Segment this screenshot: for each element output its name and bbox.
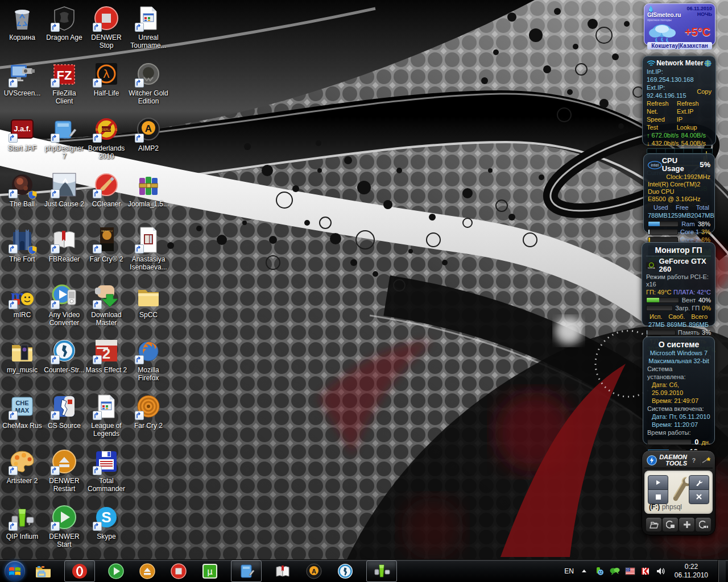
taskbar-button-utorrent[interactable]: µ [200, 561, 220, 581]
desktop-icon-artisteer[interactable]: Artisteer 2 [1, 448, 43, 485]
taskbar-clock[interactable]: 0:22 06.11.2010 [671, 563, 712, 580]
desktop-icon-skype[interactable]: S Skype [85, 504, 127, 541]
desktop-icon-cs-source[interactable]: CS Source [43, 393, 85, 430]
desktop-icon-the-ball[interactable]: The Ball [1, 171, 43, 208]
weather-date: 06.11.2010 НОЧЬ [686, 6, 712, 22]
desktop-icon-jaf[interactable]: J.a.f. Start JAF [1, 115, 43, 152]
desktop-icon-fbreader[interactable]: FBReader [43, 226, 85, 263]
desktop-icon-filezilla[interactable]: FZ FileZilla Client [43, 60, 85, 105]
desktop-icon-ccleaner[interactable]: CCleaner [85, 171, 127, 208]
network-meter-gadget[interactable]: Network Meter Int.IP: 169.254.130.168 Ex… [642, 56, 716, 146]
desktop-icon-denwer-stop[interactable]: DENWER Stop [85, 5, 127, 49]
uac-shield-icon [28, 190, 37, 199]
copy-link[interactable]: Copy [697, 88, 712, 95]
desktop-icon-chemax[interactable]: CHEMAX CheMax Rus [1, 393, 43, 430]
open-image-button[interactable] [646, 517, 662, 532]
desktop-icon-farcry2-cover[interactable]: FARCRY 2 Far Cry® 2 [85, 226, 127, 263]
tray-icon-chat-bubbles[interactable] [610, 567, 620, 576]
denwer-stop-icon [93, 5, 120, 32]
tray-icon-qip-tray[interactable] [594, 567, 605, 576]
desktop-icon-page-app[interactable]: League of Legends [85, 393, 127, 438]
save-image-button[interactable] [662, 517, 679, 532]
add-button[interactable] [679, 517, 695, 532]
daemon-tools-gadget[interactable]: DAEMON TOOLS ? (F:) phpsql [642, 450, 715, 535]
eject-image-button[interactable] [695, 517, 712, 532]
weather-location: Кокшетау|Казахстан [647, 42, 712, 49]
desktop-icon-qip[interactable]: QIP Infium [1, 504, 43, 541]
desktop-icon-farcry2-disc[interactable]: Far Cry 2 [127, 393, 169, 430]
fan-bar [646, 297, 679, 303]
desktop-icon-mass-effect-2[interactable]: 2 Mass Effect 2 [85, 337, 127, 374]
desktop-icon-aimp[interactable]: A AIMP2 [127, 115, 169, 152]
system-info-gadget[interactable]: О системе Microsoft Windows 7 Максимальн… [643, 336, 715, 444]
shortcut-arrow-icon [51, 244, 60, 253]
desktop-icon-half-life[interactable]: λ Half-Life [85, 60, 127, 97]
taskbar-button-fbreader[interactable] [272, 561, 293, 581]
desktop-icon-counter-strike[interactable]: Counter-Str... [43, 337, 85, 374]
tray-icon-volume[interactable] [656, 567, 666, 576]
wifi-icon [647, 60, 656, 66]
taskbar-button-denwer-start[interactable] [106, 561, 126, 581]
shortcut-arrow-icon [135, 23, 144, 32]
taskbar-button-phpdesigner[interactable] [231, 560, 262, 582]
show-desktop-button[interactable] [718, 560, 726, 582]
desktop-icon-folder[interactable]: SpCC [127, 282, 169, 319]
taskbar-button-counter-strike[interactable] [335, 561, 355, 581]
weather-gadget[interactable]: 💧GISmeteo.ru прогноз погоды 06.11.2010 Н… [644, 3, 715, 45]
desktop-icon-denwer-start[interactable]: DENWER Start [43, 504, 85, 548]
taskbar-button-denwer-restart[interactable] [137, 561, 158, 581]
sparkle-button[interactable] [700, 455, 713, 465]
desktop-icon-witcher[interactable]: Witcher Gold Edition [127, 60, 169, 105]
desktop-icon-phpdesigner[interactable]: phpDesigner 7 [43, 115, 85, 160]
desktop-icon-just-cause-2[interactable]: Just Cause 2 [43, 171, 85, 208]
desktop-icon-label: DENWER Stop [85, 34, 127, 49]
start-button[interactable] [5, 561, 25, 581]
desktop-icon-label: FileZilla Client [43, 89, 85, 105]
stop-button[interactable] [648, 489, 668, 504]
fbreader-icon [51, 226, 78, 253]
desktop-icon-denwer-restart[interactable]: DENWER Restart [43, 448, 85, 493]
desktop-icon-label: FBReader [43, 255, 85, 263]
desktop-icon-doc-book[interactable]: Anastasiya Isenbaeva... [127, 226, 169, 271]
language-indicator[interactable]: EN [564, 567, 574, 575]
desktop-icon-recycle-bin[interactable]: Корзина [1, 5, 43, 41]
desktop-icon-label: AIMP2 [127, 144, 169, 152]
temperature: +5°C [685, 26, 710, 39]
shortcut-arrow-icon [9, 78, 18, 88]
farcry2-disc-icon [135, 393, 162, 420]
desktop-icon-folder-music[interactable]: my_music [1, 337, 43, 374]
desktop-icon-rar-books[interactable]: Joomla_1.5... [127, 171, 169, 208]
desktop-icon-the-fort[interactable]: The Fort [1, 226, 43, 263]
desktop-icon-uvscreencamera[interactable]: UVScreen... [1, 60, 43, 97]
gpu-monitor-gadget[interactable]: Монитор ГП NVIDIA GeForce GTX 260 Режим … [642, 242, 715, 326]
cpu-usage-gadget[interactable]: intel CPU Usage 5% Clock:1992MHz Intel(R… [643, 153, 715, 233]
mount-play-button[interactable] [648, 475, 668, 490]
svg-text:FARCRY 2: FARCRY 2 [101, 230, 113, 232]
help-button[interactable]: ? [687, 457, 700, 464]
witcher-icon [135, 60, 162, 88]
desktop-icon-firefox[interactable]: Mozilla Firefox [127, 337, 169, 382]
desktop-icon-dragon-age[interactable]: Dragon Age [43, 5, 85, 41]
refresh-net-link[interactable]: Refresh Net. [647, 99, 677, 115]
settings-wrench-button[interactable] [689, 475, 709, 490]
desktop-icon-mirc[interactable]: m mIRC [1, 282, 43, 319]
desktop-icon-download-master[interactable]: Download Master [85, 282, 127, 327]
refresh-ext-ip-link[interactable]: Refresh Ext.IP [677, 99, 712, 115]
taskbar-button-denwer-stop[interactable] [168, 561, 189, 581]
tray-icon-us-flag[interactable] [625, 567, 635, 576]
desktop-icon-any-video-converter[interactable]: Any Video Converter [43, 282, 85, 327]
desktop-icon-total-commander[interactable]: Total Commander [85, 448, 127, 493]
speed-test-link[interactable]: Speed Test [647, 115, 677, 131]
taskbar-button-opera[interactable] [64, 560, 95, 582]
taskbar-button-aimp[interactable]: A [304, 561, 324, 581]
tray-icon-hidden-icons-arrow[interactable] [579, 567, 589, 576]
tray-icon-kaspersky[interactable] [640, 567, 651, 576]
desktop-icon-borderlands[interactable]: BORDERLANDS Borderlands 2010 [85, 115, 127, 160]
desktop-icon-page-app[interactable]: Unreal Tourname... [127, 5, 169, 49]
dragon-age-icon [51, 5, 78, 32]
taskbar-button-explorer[interactable] [33, 561, 53, 581]
ip-lookup-link[interactable]: IP Lookup [677, 115, 704, 131]
unmount-x-button[interactable] [689, 489, 709, 504]
shortcut-arrow-icon [51, 466, 60, 475]
taskbar-button-qip[interactable] [366, 560, 397, 582]
